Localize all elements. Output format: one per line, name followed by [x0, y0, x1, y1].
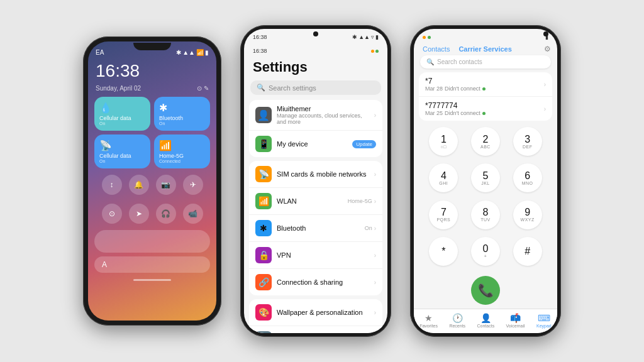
miuithemer-chevron: › [374, 112, 376, 119]
settings-item-connection-sharing[interactable]: 🔗 Connection & sharing › [249, 269, 382, 295]
voicemail-icon: 📫 [510, 313, 521, 323]
connection-chevron: › [374, 279, 376, 286]
dial-key-1[interactable]: 1 ○□ [429, 127, 458, 156]
nav-contacts-label: Contacts [477, 324, 495, 328]
dial-key-4[interactable]: 4 GHI [429, 163, 458, 192]
dialer-tabs: Contacts Carrier Services [420, 44, 544, 54]
settings-item-mydevice[interactable]: 📱 My device Update [249, 131, 382, 157]
cc-date-icons: ⊙ ✎ [197, 85, 209, 92]
recent-call-1[interactable]: *7 Mar 28 Didn't connect › [419, 72, 552, 97]
vpn-text: VPN [277, 251, 369, 259]
dialer-search-bar[interactable]: 🔍 Search contacts [420, 55, 551, 69]
phone2-screen: 16:38 ✱ ▲▲ ▿ ▮ 16:38 Settings 🔍 Search s… [244, 29, 387, 333]
dial-key-7[interactable]: 7 PQRS [429, 200, 458, 229]
cc-time: 16:38 [93, 60, 211, 82]
cc-airplane-btn[interactable]: ✈ [183, 175, 203, 195]
contacts-icon: 👤 [480, 313, 491, 323]
cc-video-btn[interactable]: 📹 [183, 204, 203, 224]
recent-2-dot [482, 112, 486, 115]
dot-green [375, 50, 379, 53]
cc-bell-btn[interactable]: 🔔 [129, 175, 149, 195]
cc-tile-data-sub: On [99, 121, 145, 126]
recent-call-2[interactable]: *7777774 Mar 25 Didn't connect › [419, 97, 552, 121]
settings-section-account: 👤 Miuithemer Manage accounts, cloud serv… [249, 100, 382, 157]
recent-call-1-number: *7 [425, 77, 544, 85]
nav-recents[interactable]: 🕐 Recents [447, 312, 468, 329]
settings-item-bluetooth[interactable]: ✱ Bluetooth On › [249, 215, 382, 242]
cc-location-btn[interactable]: ➤ [129, 204, 149, 224]
cc-tiles-grid: 💧 Cellular data On ✱ Bluetooth On 📡 Cell… [93, 97, 211, 168]
settings-time2: 16:38 [253, 48, 267, 54]
dialer-search-icon: 🔍 [426, 58, 434, 65]
settings-item-lockscreen[interactable]: 🔒 Always-on display & Lock screen › [249, 326, 382, 333]
dialer-search-placeholder: Search contacts [437, 58, 482, 65]
dial-key-3[interactable]: 3 DEF [513, 127, 542, 156]
dial-key-5[interactable]: 5 JKL [471, 163, 500, 192]
cc-tile-bluetooth-sub: On [159, 121, 205, 126]
cc-home-indicator [133, 279, 171, 281]
settings-item-miuithemer[interactable]: 👤 Miuithemer Manage accounts, cloud serv… [249, 100, 382, 131]
nav-keypad[interactable]: ⌨ Keypad [534, 312, 554, 329]
settings-item-wallpaper[interactable]: 🎨 Wallpaper & personalization › [249, 299, 382, 326]
settings-battery-icon: ▮ [375, 34, 379, 40]
cc-orient-btn[interactable]: ⊙ [102, 204, 122, 224]
bluetooth-text: Bluetooth [277, 224, 360, 232]
call-button[interactable]: 📞 [471, 276, 500, 305]
wlan-icon: 📶 [255, 193, 272, 209]
nav-favorites[interactable]: ★ Favorites [417, 312, 440, 329]
dial-key-2[interactable]: 2 ABC [471, 127, 500, 156]
tab-carrier-services[interactable]: Carrier Services [456, 44, 514, 54]
settings-time: 16:38 [253, 34, 267, 40]
bluetooth-tile-icon: ✱ [159, 102, 205, 114]
lockscreen-label: Always-on display & Lock screen [277, 332, 369, 333]
dial-key-0[interactable]: 0 + [471, 237, 500, 266]
dial-key-hash[interactable]: # [513, 237, 542, 266]
cc-vibrate-btn[interactable]: ↕ [102, 175, 122, 195]
search-icon: 🔍 [257, 84, 265, 92]
wlan-text: WLAN [277, 197, 343, 205]
phone3-screen: ▮ Contacts Carrier Services ⚙ 🔍 Search c… [414, 29, 557, 333]
cc-tile-wifi-sub: Connected [159, 159, 205, 163]
cc-tile-bluetooth[interactable]: ✱ Bluetooth On [154, 97, 210, 131]
cc-row-icons2: ⊙ ➤ 🎧 📹 [93, 201, 211, 226]
settings-bt-icon: ✱ [352, 34, 357, 40]
nav-voicemail[interactable]: 📫 Voicemail [504, 312, 528, 329]
cc-tile-cellular-sub: On [99, 159, 145, 163]
nav-contacts[interactable]: 👤 Contacts [475, 312, 497, 329]
cc-tile-data[interactable]: 💧 Cellular data On [94, 97, 150, 131]
recent-call-1-sub: Mar 28 Didn't connect [425, 85, 544, 92]
recent-2-chevron: › [544, 106, 546, 112]
settings-wifi-icon: ▿ [371, 34, 374, 40]
cc-date-text: Sunday, April 02 [96, 85, 141, 92]
phone2-settings: 16:38 ✱ ▲▲ ▿ ▮ 16:38 Settings 🔍 Search s… [240, 25, 391, 337]
sim-chevron: › [374, 171, 376, 178]
lockscreen-icon: 🔒 [255, 331, 272, 333]
settings-search-bar[interactable]: 🔍 Search settings [250, 80, 381, 95]
gear-icon[interactable]: ⚙ [544, 45, 551, 53]
punch-hole [313, 31, 318, 36]
cc-brightness-slider[interactable] [94, 230, 210, 253]
dial-key-6[interactable]: 6 MNO [513, 163, 542, 192]
recent-1-status: Didn't connect [445, 85, 480, 92]
cc-headphone-btn[interactable]: 🎧 [156, 204, 176, 224]
nav-keypad-label: Keypad [536, 324, 552, 328]
dial-key-9[interactable]: 9 WXYZ [513, 200, 542, 229]
settings-item-sim[interactable]: 📡 SIM cards & mobile networks › [249, 161, 382, 188]
cc-tile-cellular[interactable]: 📡 Cellular data On [94, 134, 150, 168]
settings-search-placeholder: Search settings [269, 84, 316, 92]
settings-item-wlan[interactable]: 📶 WLAN Home-5G › [249, 188, 382, 215]
cellular-tile-icon: 📡 [99, 140, 145, 151]
dial-key-star[interactable]: * [429, 237, 458, 266]
cc-tile-wifi[interactable]: 📶 Home-5G Connected [154, 134, 210, 168]
tab-contacts[interactable]: Contacts [420, 44, 452, 54]
miuithemer-icon: 👤 [255, 107, 272, 123]
signal-icon: ▲▲ [182, 49, 195, 56]
bluetooth-right: On › [365, 225, 376, 232]
phone1-control-center: EA ✱ ▲▲ 📶 ▮ 16:38 Sunday, April 02 ⊙ ✎ 💧… [83, 36, 221, 326]
vpn-label: VPN [277, 251, 369, 259]
settings-item-vpn[interactable]: 🔒 VPN › [249, 242, 382, 269]
dial-key-8[interactable]: 8 TUV [471, 200, 500, 229]
cc-camera-btn[interactable]: 📷 [156, 175, 176, 195]
vpn-icon: 🔒 [255, 247, 272, 263]
status-carrier: EA [96, 49, 104, 56]
